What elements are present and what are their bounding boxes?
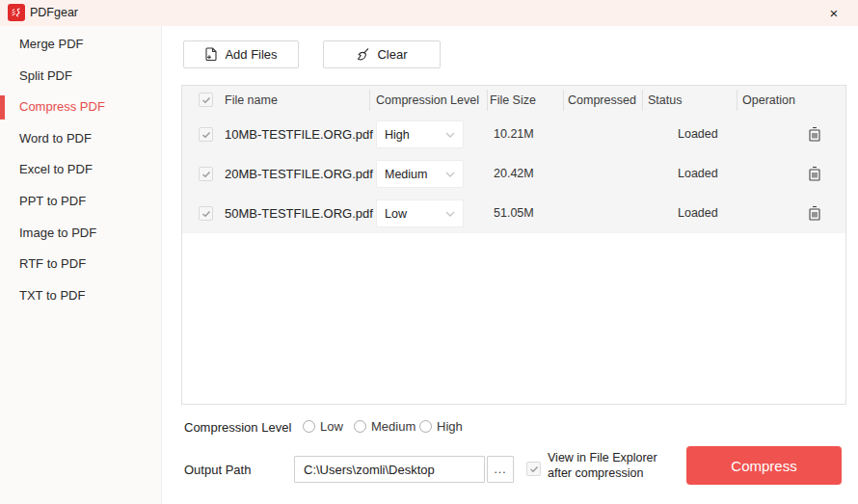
clear-label: Clear — [377, 47, 407, 62]
delete-icon[interactable] — [807, 166, 822, 182]
radio-circle-icon — [354, 420, 366, 433]
chevron-down-icon — [445, 132, 455, 138]
compression-level-dropdown[interactable]: High — [376, 120, 464, 148]
status-text: Loaded — [678, 115, 718, 154]
header-divider — [642, 90, 643, 111]
table-row: 10MB-TESTFILE.ORG.pdf High 10.21M Loaded — [182, 115, 845, 154]
file-table: File name Compression Level File Size Co… — [181, 85, 846, 405]
main-panel: Add Files Clear File name Compression Le… — [162, 26, 858, 504]
radio-circle-icon — [419, 420, 432, 433]
active-indicator-bar — [0, 95, 5, 119]
table-row: 20MB-TESTFILE.ORG.pdf Medium 20.42M Load… — [182, 154, 845, 194]
header-file-size: File Size — [490, 86, 536, 115]
add-files-label: Add Files — [225, 47, 277, 62]
chevron-down-icon — [445, 211, 455, 217]
radio-low[interactable]: Low — [303, 419, 343, 434]
header-divider — [737, 90, 737, 111]
sidebar: Merge PDF Split PDF Compress PDF Word to… — [0, 26, 162, 504]
chevron-down-icon — [445, 172, 455, 177]
compress-button[interactable]: Compress — [686, 446, 842, 485]
header-operation: Operation — [742, 86, 795, 115]
header-divider — [563, 90, 564, 111]
view-in-explorer-label: View in File Explorer after compression — [548, 450, 657, 481]
close-icon[interactable]: × — [818, 0, 850, 26]
sidebar-item-txt-to-pdf[interactable]: TXT to PDF — [0, 280, 161, 312]
pdfgear-logo-icon — [8, 4, 25, 21]
status-text: Loaded — [678, 154, 718, 194]
titlebar: PDFgear × — [0, 0, 858, 26]
header-compression-level: Compression Level — [376, 86, 479, 115]
header-compressed: Compressed — [568, 86, 636, 115]
sidebar-item-compress-pdf[interactable]: Compress PDF — [0, 92, 161, 123]
sidebar-item-merge-pdf[interactable]: Merge PDF — [0, 29, 161, 61]
header-status: Status — [648, 86, 682, 115]
compression-level-label: Compression Level — [184, 420, 291, 435]
file-name: 50MB-TESTFILE.ORG.pdf — [225, 194, 373, 233]
row-checkbox[interactable] — [199, 167, 213, 181]
sidebar-item-word-to-pdf[interactable]: Word to PDF — [0, 123, 161, 155]
table-header: File name Compression Level File Size Co… — [182, 86, 845, 115]
file-size: 51.05M — [494, 194, 534, 233]
compression-level-dropdown[interactable]: Low — [376, 199, 464, 227]
delete-icon[interactable] — [807, 205, 822, 222]
broom-icon — [356, 47, 370, 62]
add-file-icon — [204, 47, 218, 62]
row-checkbox[interactable] — [199, 206, 213, 221]
sidebar-item-split-pdf[interactable]: Split PDF — [0, 61, 161, 93]
pdfgear-window: PDFgear × Merge PDF Split PDF Compress P… — [0, 0, 858, 504]
status-text: Loaded — [678, 194, 718, 233]
browse-button[interactable]: ... — [487, 456, 514, 483]
header-file-name: File name — [225, 86, 278, 115]
sidebar-item-ppt-to-pdf[interactable]: PPT to PDF — [0, 186, 161, 218]
file-name: 10MB-TESTFILE.ORG.pdf — [225, 115, 373, 154]
clear-button[interactable]: Clear — [323, 40, 441, 68]
file-name: 20MB-TESTFILE.ORG.pdf — [225, 154, 373, 194]
sidebar-item-excel-to-pdf[interactable]: Excel to PDF — [0, 154, 161, 186]
delete-icon[interactable] — [807, 126, 822, 143]
compression-level-dropdown[interactable]: Medium — [376, 160, 464, 188]
app-title: PDFgear — [30, 0, 78, 26]
sidebar-item-rtf-to-pdf[interactable]: RTF to PDF — [0, 249, 161, 280]
select-all-checkbox[interactable] — [199, 93, 213, 107]
radio-circle-icon — [303, 420, 315, 433]
header-divider — [369, 90, 370, 111]
add-files-button[interactable]: Add Files — [183, 40, 299, 68]
file-size: 10.21M — [494, 115, 534, 154]
output-path-label: Output Path — [184, 463, 251, 477]
sidebar-item-image-to-pdf[interactable]: Image to PDF — [0, 218, 161, 250]
file-size: 20.42M — [494, 154, 534, 194]
output-path-input[interactable] — [294, 456, 485, 483]
table-row: 50MB-TESTFILE.ORG.pdf Low 51.05M Loaded — [182, 194, 845, 233]
header-divider — [487, 90, 488, 111]
row-checkbox[interactable] — [199, 127, 213, 142]
radio-medium[interactable]: Medium — [354, 419, 416, 434]
view-in-explorer-checkbox[interactable] — [526, 462, 541, 476]
radio-high[interactable]: High — [419, 419, 463, 434]
